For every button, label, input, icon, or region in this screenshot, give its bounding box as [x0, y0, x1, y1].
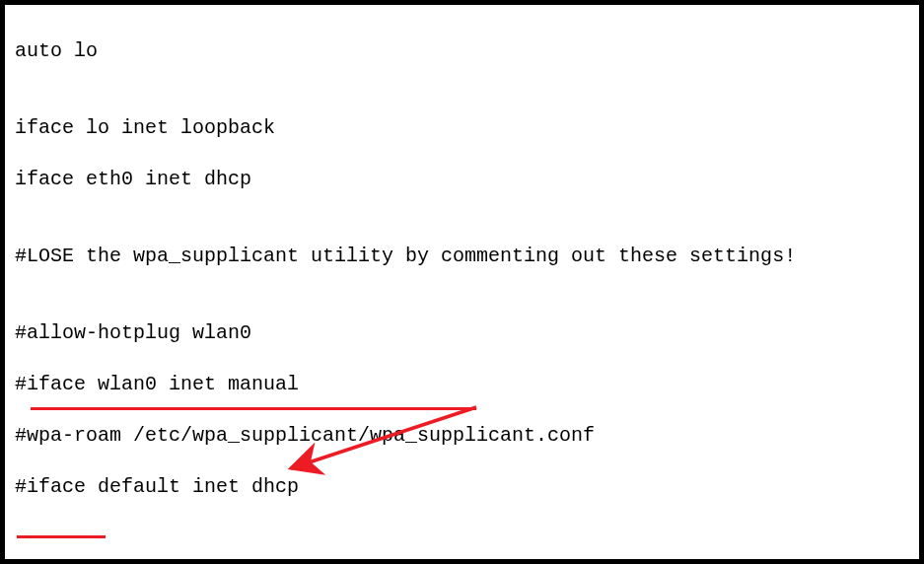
code-line: auto lo [15, 38, 909, 64]
code-line: #wpa-roam /etc/wpa_supplicant/wpa_suppli… [15, 423, 909, 449]
code-line: iface lo inet loopback [15, 115, 909, 141]
annotation-underline [17, 535, 106, 538]
config-file-box: auto lo iface lo inet loopback iface eth… [0, 0, 924, 564]
code-line: #iface wlan0 inet manual [15, 372, 909, 397]
code-line: #allow-hotplug wlan0 [15, 320, 909, 346]
code-line: iface eth0 inet dhcp [15, 167, 909, 192]
code-line: #LOSE the wpa_supplicant utility by comm… [15, 244, 909, 269]
code-line: #iface default inet dhcp [15, 474, 909, 500]
annotation-underline [31, 407, 476, 410]
